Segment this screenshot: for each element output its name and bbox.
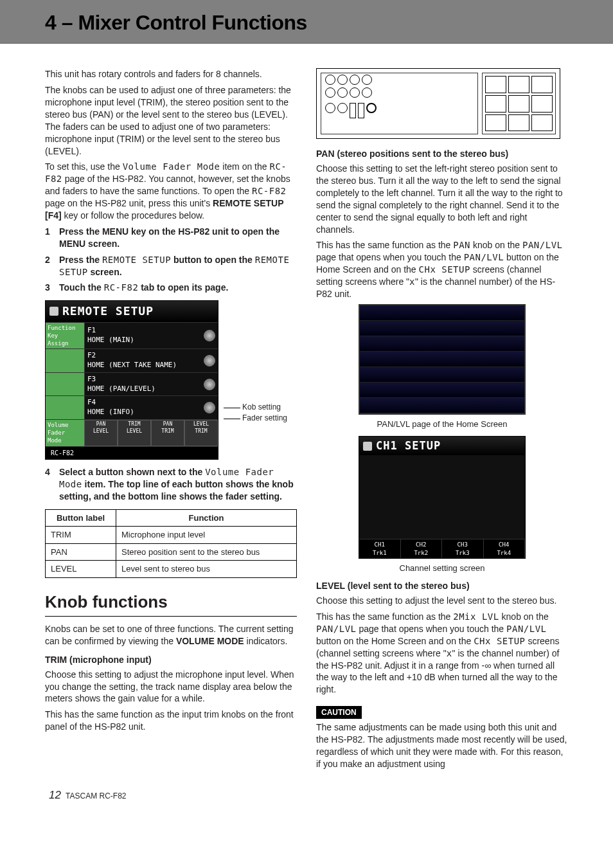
ch-setup-caption: Channel setting screen [316, 563, 568, 574]
callout-fader-setting: Fader setting [224, 413, 287, 423]
content-columns: This unit has rotary controls and faders… [0, 68, 613, 774]
trim-p2: This has the same function as the input … [45, 709, 297, 733]
table-row: PANStereo position sent to the stereo bu… [46, 543, 297, 561]
procedure-steps: 1Press the MENU key on the HS-P82 unit t… [45, 226, 297, 294]
knob-icon [204, 330, 215, 341]
pan-heading: PAN (stereo positions sent to the stereo… [316, 148, 568, 160]
remote-setup-ui: REMOTE SETUP Function Key AssignF1HOME (… [45, 300, 218, 460]
caution-text: The same adjustments can be made using b… [316, 721, 568, 770]
level-p1: Choose this setting to adjust the level … [316, 595, 568, 607]
button-function-table: Button labelFunction TRIMMicrophone inpu… [45, 509, 297, 578]
knob-functions-heading: Knob functions [45, 591, 297, 617]
step-3: 3Touch the RC-F82 tab to open its page. [45, 282, 297, 294]
right-column: PAN (stereo positions sent to the stereo… [316, 68, 568, 774]
pan-lvl-caption: PAN/LVL page of the Home Screen [316, 419, 568, 430]
chapter-header-bar: 4 – Mixer Control Functions [0, 0, 613, 44]
footer-model: TASCAM RC-F82 [66, 791, 126, 800]
trim-p1: Choose this setting to adjust the microp… [45, 669, 297, 705]
knob-icon [325, 75, 335, 85]
pan-lvl-home-screenshot [359, 304, 526, 415]
intro-p2: The knobs can be used to adjust one of t… [45, 84, 297, 157]
intro-p3: To set this, use the Volume Fader Mode i… [45, 161, 297, 221]
ch1-setup-screenshot: CH1 SETUP CH1Trk1 CH2Trk2 CH3Trk3 CH4Trk… [359, 436, 526, 558]
pan-p1: Choose this setting to set the left-righ… [316, 163, 568, 235]
pan-p2: This has the same function as the PAN kn… [316, 239, 568, 300]
table-row: TRIMMicrophone input level [46, 527, 297, 544]
procedure-steps-2: 4Select a button shown next to the Volum… [45, 466, 297, 503]
knob-icon [204, 402, 215, 413]
step-1: 1Press the MENU key on the HS-P82 unit t… [45, 226, 297, 250]
knob-icon [204, 355, 215, 366]
table-row: LEVELLevel sent to stereo bus [46, 561, 297, 578]
chapter-title: 4 – Mixer Control Functions [0, 9, 613, 37]
left-column: This unit has rotary controls and faders… [45, 68, 297, 774]
remote-setup-title: REMOTE SETUP [46, 301, 218, 321]
caution-label: CAUTION [316, 706, 362, 719]
intro-p1: This unit has rotary controls and faders… [45, 68, 297, 80]
front-panel-illustration [316, 68, 560, 139]
remote-setup-screenshot: REMOTE SETUP Function Key AssignF1HOME (… [45, 300, 297, 460]
page-footer: 12 TASCAM RC-F82 [0, 774, 613, 815]
trim-heading: TRIM (microphone input) [45, 654, 297, 666]
knob-icon [204, 379, 215, 390]
page-number: 12 [49, 789, 61, 801]
step-4: 4Select a button shown next to the Volum… [45, 466, 297, 503]
level-heading: LEVEL (level sent to the stereo bus) [316, 580, 568, 592]
knob-intro: Knobs can be set to one of three functio… [45, 623, 297, 647]
level-p2: This has the same function as the 2Mix L… [316, 611, 568, 696]
callout-knob-setting: Kob setting [224, 402, 281, 412]
step-2: 2Press the REMOTE SETUP button to open t… [45, 254, 297, 278]
